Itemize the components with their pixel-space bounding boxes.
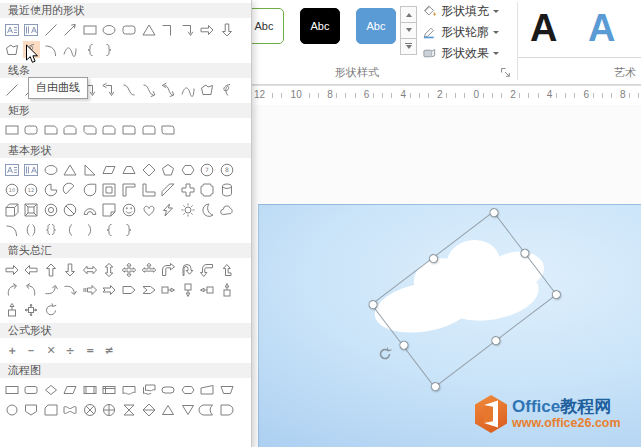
shape-fc-card-icon[interactable] — [42, 401, 59, 418]
shape-freeform-icon[interactable] — [3, 41, 20, 58]
selection-handle[interactable] — [428, 380, 441, 393]
shape-eq-times-icon[interactable]: ✕ — [42, 341, 59, 358]
shape-parallelogram-icon[interactable] — [101, 161, 118, 178]
shape-ar-updown-icon[interactable] — [101, 261, 118, 278]
shape-fc-collate-icon[interactable] — [121, 401, 138, 418]
shape-fc-tape-icon[interactable] — [62, 401, 79, 418]
rotation-handle-icon[interactable] — [377, 346, 393, 362]
shape-ar-curve-down-icon[interactable] — [62, 281, 79, 298]
shape-dodecagon-12-icon[interactable]: 12 — [23, 181, 40, 198]
shape-textbox-icon[interactable] — [3, 161, 20, 178]
shape-teardrop-icon[interactable] — [81, 181, 98, 198]
shape-bracket-right-icon[interactable] — [81, 221, 98, 238]
shape-elbow-icon[interactable] — [160, 21, 177, 38]
shape-fill-button[interactable]: 形状填充 — [422, 1, 499, 21]
shape-cloud-icon[interactable] — [219, 201, 236, 218]
shape-oval-icon[interactable] — [101, 21, 118, 38]
shape-moon-icon[interactable] — [199, 201, 216, 218]
shape-octagon-8-icon[interactable]: 8 — [219, 161, 236, 178]
shape-rect-icon[interactable] — [81, 21, 98, 38]
selection-handle[interactable] — [366, 298, 379, 311]
shape-fc-manual-op-icon[interactable] — [219, 381, 236, 398]
shape-plaque-icon[interactable] — [199, 181, 216, 198]
shape-fc-process-icon[interactable] — [3, 381, 20, 398]
shape-dbl-brace-icon[interactable] — [42, 221, 59, 238]
shape-ar-leftup-icon[interactable] — [219, 261, 236, 278]
shape-block-arc-icon[interactable] — [81, 201, 98, 218]
shape-ar-up-callout-icon[interactable] — [3, 301, 20, 318]
shape-line-icon[interactable] — [3, 81, 20, 98]
shape-ar-down-icon[interactable] — [62, 261, 79, 278]
shape-round2diag-icon[interactable] — [160, 121, 177, 138]
shape-round2same-icon[interactable] — [140, 121, 157, 138]
shape-chord-icon[interactable] — [62, 181, 79, 198]
shape-effects-button[interactable]: 形状效果 — [422, 43, 499, 63]
shape-notched-right-icon[interactable] — [101, 281, 118, 298]
shape-line-arrow-icon[interactable] — [62, 21, 79, 38]
selection-handle[interactable] — [397, 339, 410, 352]
shape-eq-notequal-icon[interactable]: ≠ — [101, 341, 118, 358]
shape-callout-left-icon[interactable] — [199, 281, 216, 298]
shape-curve-icon[interactable] — [62, 41, 79, 58]
shape-fc-document-icon[interactable] — [121, 381, 138, 398]
shape-oval-icon[interactable] — [42, 161, 59, 178]
shape-smiley-icon[interactable] — [121, 201, 138, 218]
shape-curved-arrow-icon[interactable] — [140, 81, 157, 98]
shape-fc-sum-icon[interactable] — [81, 401, 98, 418]
shape-curved-2arrow-icon[interactable] — [160, 81, 177, 98]
shape-ar-left-icon[interactable] — [23, 261, 40, 278]
shape-rounded-rect-icon[interactable] — [121, 21, 138, 38]
shape-fc-internal-icon[interactable] — [101, 381, 118, 398]
shape-ar-lru-icon[interactable] — [140, 261, 157, 278]
shape-ar-quad-icon[interactable] — [121, 261, 138, 278]
shape-fc-multidoc-icon[interactable] — [140, 381, 157, 398]
shape-callout-up-icon[interactable] — [219, 281, 236, 298]
shape-rounded-rect-icon[interactable] — [23, 121, 40, 138]
dialog-launcher-icon[interactable] — [500, 67, 511, 78]
shape-fc-sort-icon[interactable] — [140, 401, 157, 418]
selection-handle[interactable] — [487, 206, 500, 219]
shape-pentagon-icon[interactable] — [160, 161, 177, 178]
shape-heart-icon[interactable] — [140, 201, 157, 218]
shape-curved-icon[interactable] — [121, 81, 138, 98]
shape-ar-quad-callout-icon[interactable] — [23, 301, 40, 318]
shape-fc-extract-icon[interactable] — [160, 401, 177, 418]
shape-eq-divide-icon[interactable]: ÷ — [62, 341, 79, 358]
shape-callout-down-icon[interactable] — [179, 281, 196, 298]
shape-triangle-icon[interactable] — [62, 161, 79, 178]
shape-ar-uturn-icon[interactable] — [179, 261, 196, 278]
shape-fc-offpage-icon[interactable] — [23, 401, 40, 418]
shape-ar-down-icon[interactable] — [219, 21, 236, 38]
shape-ar-curve-left-icon[interactable] — [23, 281, 40, 298]
wordart-style-black[interactable]: A — [530, 4, 557, 52]
shape-line-icon[interactable] — [42, 21, 59, 38]
shape-style-swatch-2[interactable]: Abc — [300, 8, 340, 44]
shape-corner-icon[interactable] — [140, 181, 157, 198]
shape-brace-right-icon[interactable] — [121, 221, 138, 238]
shape-fc-preparation-icon[interactable] — [179, 381, 196, 398]
shape-snip2same-icon[interactable] — [62, 121, 79, 138]
shape-bevel-icon[interactable] — [23, 201, 40, 218]
shape-heptagon-7-icon[interactable]: 7 — [199, 161, 216, 178]
shape-brace-right-icon[interactable] — [101, 41, 118, 58]
shape-vtextbox-icon[interactable] — [23, 21, 40, 38]
gallery-more-button[interactable] — [400, 38, 417, 55]
shape-decagon-10-icon[interactable]: 10 — [3, 181, 20, 198]
shape-fc-delay-icon[interactable] — [219, 401, 236, 418]
shape-cross-icon[interactable] — [179, 181, 196, 198]
wordart-style-blue[interactable]: A — [588, 4, 615, 52]
shape-can-icon[interactable] — [219, 181, 236, 198]
shape-frame-icon[interactable] — [101, 181, 118, 198]
shape-eq-plus-icon[interactable]: ＋ — [3, 341, 20, 358]
shape-fc-decision-icon[interactable] — [42, 381, 59, 398]
shape-arc-icon[interactable] — [42, 41, 59, 58]
shape-freeform-icon[interactable] — [199, 81, 216, 98]
shape-pie-icon[interactable] — [42, 181, 59, 198]
shape-brace-left-icon[interactable] — [101, 221, 118, 238]
shape-rect-icon[interactable] — [3, 121, 20, 138]
shape-fc-or-icon[interactable] — [101, 401, 118, 418]
shape-ar-up-icon[interactable] — [42, 261, 59, 278]
shape-fc-data-icon[interactable] — [62, 381, 79, 398]
shape-ar-leftright-icon[interactable] — [81, 261, 98, 278]
shape-cube-icon[interactable] — [3, 201, 20, 218]
